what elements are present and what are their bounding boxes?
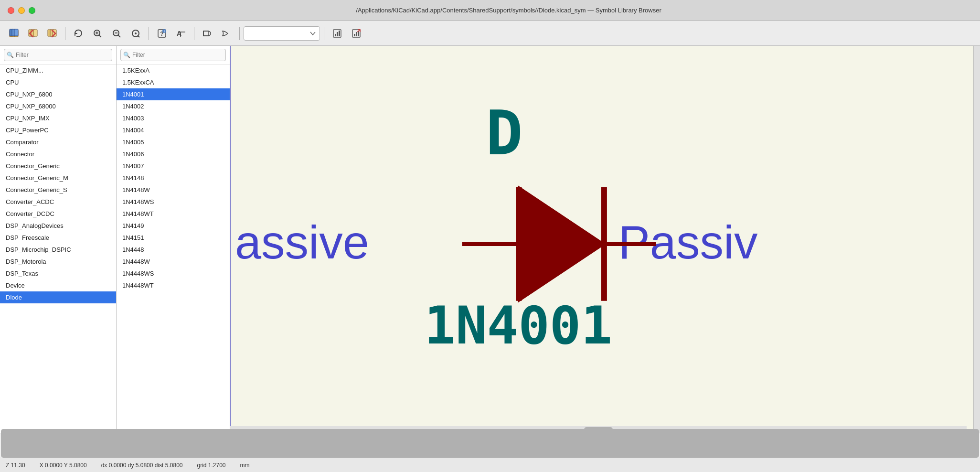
library-item[interactable]: Converter_DCDC [0,208,116,220]
library-item[interactable]: DSP_Freescale [0,232,116,244]
main-content: 🔍 CPU_ZIMM...CPUCPU_NXP_6800CPU_NXP_6800… [0,46,980,433]
status-bar: Z 11.30 X 0.0000 Y 5.0800 dx 0.0000 dy 5… [0,458,980,472]
library-item[interactable]: Connector_Generic_S [0,184,116,196]
zoom-fit-button[interactable] [127,24,145,43]
title: /Applications/KiCad/KiCad.app/Contents/S… [45,7,972,14]
symbol-item[interactable]: 1N4148 [117,172,230,184]
library-item[interactable]: DSP_Texas [0,268,116,279]
svg-line-15 [99,35,102,37]
symbol-item[interactable]: 1N4149 [117,220,230,232]
symbol-ref: D [486,97,523,169]
separator-2 [149,27,149,40]
symbol-item[interactable]: 1.5KExxCA [117,76,230,88]
vertical-scrollbar[interactable] [973,46,980,433]
svg-rect-29 [203,31,208,36]
refresh-button[interactable] [69,24,87,43]
svg-rect-31 [335,34,336,36]
library-item[interactable]: CPU_NXP_68000 [0,100,116,112]
back-button[interactable] [24,24,42,43]
separator-4 [239,27,240,40]
symbol-item[interactable]: 1N4001 [117,88,230,100]
svg-point-20 [135,32,137,34]
status-grid: grid 1.2700 [197,462,226,469]
library-item[interactable]: DSP_AnalogDevices [0,220,116,232]
svg-rect-33 [339,31,340,36]
symbol-item[interactable]: 1N4006 [117,148,230,160]
svg-line-21 [138,35,139,37]
status-coords: X 0.0000 Y 5.0800 [40,462,87,469]
forward-button[interactable] [43,24,61,43]
pin-left-label: assive [235,215,369,268]
symbol-item[interactable]: 1N4005 [117,136,230,148]
library-item[interactable]: Converter_ACDC [0,196,116,208]
export-button[interactable] [347,24,365,43]
library-item[interactable]: Connector [0,148,116,160]
svg-text:i: i [164,30,165,33]
symbol-svg: D 1N4001 assive Passiv [230,46,973,433]
lib-filter-area: 🔍 [0,46,116,64]
stats-button[interactable] [328,24,346,43]
library-item[interactable]: CPU_PowerPC [0,124,116,136]
symbol-item[interactable]: 1N4003 [117,112,230,124]
status-units: mm [240,462,250,469]
symbol-item[interactable]: 1N4148WS [117,196,230,208]
gate-or-button[interactable] [217,24,235,43]
symbol-item[interactable]: 1N4448WT [117,279,230,291]
text-size-button[interactable]: A [172,24,190,43]
symbol-item[interactable]: 1N4448WS [117,268,230,279]
svg-rect-8 [33,30,37,36]
library-item[interactable]: Comparator [0,136,116,148]
status-zoom: Z 11.30 [6,462,25,469]
lib-filter-icon: 🔍 [7,52,14,58]
scroll-thumb-v[interactable] [1,429,979,433]
library-item[interactable]: DSP_Microchip_DSPIC [0,244,116,256]
library-list: CPU_ZIMM...CPUCPU_NXP_6800CPU_NXP_68000C… [0,64,116,433]
library-item[interactable]: Connector_Generic [0,160,116,172]
maximize-button[interactable] [29,7,35,14]
canvas-area[interactable]: D 1N4001 assive Passiv [230,46,973,433]
toolbar: ? i A [0,21,980,46]
symbol-item[interactable]: 1N4004 [117,124,230,136]
svg-line-18 [118,35,121,37]
symbol-item[interactable]: 1N4002 [117,100,230,112]
pin-right-label: Passiv [618,215,758,268]
symbol-item[interactable]: 1N4148W [117,184,230,196]
zoom-in-button[interactable] [88,24,107,43]
library-item[interactable]: Connector_Generic_M [0,172,116,184]
lib-filter-input[interactable] [4,49,112,61]
sym-filter-input[interactable] [120,49,226,61]
symbol-item[interactable]: 1N4007 [117,160,230,172]
symbol-item[interactable]: 1N4151 [117,232,230,244]
load-library-button[interactable] [5,24,23,43]
library-item[interactable]: CPU [0,76,116,88]
library-item[interactable]: CPU_NXP_IMX [0,112,116,124]
separator-1 [65,27,65,40]
library-item[interactable]: CPU_ZIMM... [0,64,116,76]
svg-rect-5 [14,29,18,36]
svg-rect-36 [356,32,357,36]
symbol-item[interactable]: 1N4448 [117,244,230,256]
library-item[interactable]: Diode [0,291,116,303]
symbol-dropdown[interactable] [244,26,320,41]
status-dx: dx 0.0000 dy 5.0800 dist 5.0800 [101,462,183,469]
titlebar: /Applications/KiCad/KiCad.app/Contents/S… [0,0,980,21]
window-controls [8,7,35,14]
library-item[interactable]: DSP_Motorola [0,256,116,268]
separator-5 [324,27,324,40]
symbol-item[interactable]: 1.5KExxA [117,64,230,76]
diode-triangle [519,187,604,301]
close-button[interactable] [8,7,14,14]
symbol-list: 1.5KExxA1.5KExxCA1N40011N40021N40031N400… [117,64,230,433]
zoom-out-button[interactable] [107,24,126,43]
symbol-item[interactable]: 1N4448W [117,256,230,268]
library-panel: 🔍 CPU_ZIMM...CPUCPU_NXP_6800CPU_NXP_6800… [0,46,117,433]
symbol-item[interactable]: 1N4148WT [117,208,230,220]
svg-rect-35 [354,34,355,36]
library-item[interactable]: Device [0,279,116,291]
symbol-name: 1N4001 [424,295,612,356]
separator-3 [194,27,194,40]
library-item[interactable]: CPU_NXP_6800 [0,88,116,100]
gate-and-button[interactable] [198,24,216,43]
minimize-button[interactable] [18,7,25,14]
help-button[interactable]: ? i [153,24,171,43]
